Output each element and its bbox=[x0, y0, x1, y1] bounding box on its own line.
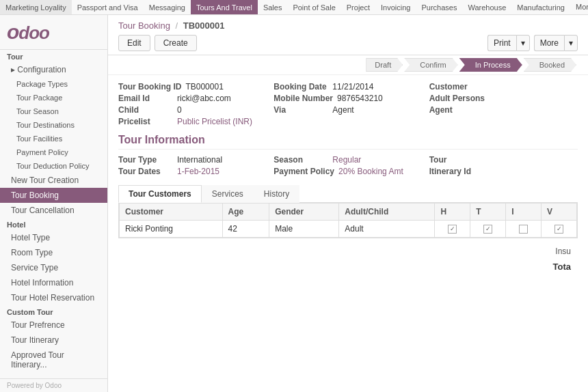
sidebar-item-room-type[interactable]: Room Type bbox=[0, 245, 107, 260]
h-cell[interactable] bbox=[435, 221, 470, 238]
form-area: Tour Booking ID TB000001 Email Id ricki@… bbox=[108, 75, 588, 392]
sidebar-item-tour-itinerary[interactable]: Tour Itinerary bbox=[0, 333, 107, 348]
nav-item-marketing[interactable]: Marketing Loyality bbox=[0, 0, 72, 14]
agent-row: Agent bbox=[429, 105, 578, 115]
i-checkbox[interactable] bbox=[519, 225, 528, 234]
itinerary-label: Itinerary Id bbox=[429, 167, 484, 176]
nav-item-tours[interactable]: Tours And Travel bbox=[191, 0, 258, 14]
col-i: I bbox=[506, 204, 542, 221]
nav-item-passport[interactable]: Passport and Visa bbox=[72, 0, 144, 14]
sidebar-logo[interactable]: odoo bbox=[0, 15, 107, 50]
sidebar-item-tour-preference[interactable]: Tour Prefrence bbox=[0, 318, 107, 333]
sidebar-item-tour-season[interactable]: Tour Season bbox=[0, 104, 107, 118]
tour-type-row: Tour Type International bbox=[118, 155, 267, 165]
edit-button[interactable]: Edit bbox=[118, 35, 150, 51]
pricelist-value[interactable]: Public Pricelist (INR) bbox=[177, 117, 252, 126]
tour-dates-value[interactable]: 1-Feb-2015 bbox=[177, 167, 219, 176]
sidebar-item-hotel-type[interactable]: Hotel Type bbox=[0, 230, 107, 245]
breadcrumb-sep: / bbox=[176, 20, 178, 31]
nav-item-invoicing[interactable]: Invoicing bbox=[375, 0, 416, 14]
nav-item-more[interactable]: More ▾ bbox=[570, 0, 588, 14]
sidebar-item-configuration[interactable]: ▸ Configuration bbox=[0, 62, 107, 77]
sidebar-item-tour-deduction[interactable]: Tour Deduction Policy bbox=[0, 159, 107, 173]
tour-type-value: International bbox=[177, 155, 222, 165]
create-button[interactable]: Create bbox=[155, 35, 197, 51]
sidebar-item-hotel-info[interactable]: Hotel Information bbox=[0, 275, 107, 290]
t-cell[interactable] bbox=[470, 221, 506, 238]
breadcrumb-parent[interactable]: Tour Booking bbox=[118, 20, 170, 31]
sidebar-item-tour-destinations[interactable]: Tour Destinations bbox=[0, 118, 107, 132]
col-v: V bbox=[542, 204, 577, 221]
adult-persons-row: Adult Persons bbox=[429, 94, 578, 103]
tabs-bar: Tour Customers Services History bbox=[118, 185, 578, 203]
gender-cell: Male bbox=[269, 221, 339, 238]
sidebar-item-tour-cancellation[interactable]: Tour Cancellation bbox=[0, 203, 107, 218]
mobile-label: Mobile Number bbox=[273, 94, 333, 103]
sidebar-item-hotel-reservation[interactable]: Tour Hotel Reservation bbox=[0, 290, 107, 305]
adult-persons-label: Adult Persons bbox=[429, 94, 485, 103]
toolbar: Edit Create Print ▾ More ▾ bbox=[118, 35, 578, 51]
v-checkbox[interactable] bbox=[554, 225, 563, 234]
tab-tour-customers[interactable]: Tour Customers bbox=[118, 185, 202, 203]
status-in-process[interactable]: In Process bbox=[459, 58, 522, 72]
total-label: Tota bbox=[553, 262, 571, 272]
tab-history[interactable]: History bbox=[254, 185, 299, 203]
itinerary-row: Itinerary Id bbox=[429, 167, 578, 176]
payment-policy-label: Payment Policy bbox=[273, 167, 334, 176]
payment-policy-row: Payment Policy 20% Booking Amt bbox=[273, 167, 422, 176]
sidebar-item-tour-package[interactable]: Tour Package bbox=[0, 91, 107, 104]
sidebar-group-hotel: Hotel bbox=[0, 218, 107, 230]
email-label: Email Id bbox=[118, 94, 173, 103]
nav-item-purchases[interactable]: Purchases bbox=[416, 0, 462, 14]
sidebar-item-service-type[interactable]: Service Type bbox=[0, 260, 107, 275]
sidebar-powered: Powered by Odoo bbox=[0, 378, 107, 392]
h-checkbox[interactable] bbox=[448, 225, 457, 234]
sidebar-item-new-tour[interactable]: New Tour Creation bbox=[0, 173, 107, 188]
sidebar-item-tour-facilities[interactable]: Tour Facilities bbox=[0, 132, 107, 145]
status-confirm[interactable]: Confirm bbox=[404, 58, 458, 72]
sidebar-group-tour: Tour bbox=[0, 50, 107, 62]
sidebar-item-package-types[interactable]: Package Types bbox=[0, 77, 107, 91]
tour-dates-row: Tour Dates 1-Feb-2015 bbox=[118, 167, 267, 176]
nav-item-sales[interactable]: Sales bbox=[258, 0, 288, 14]
col-h: H bbox=[435, 204, 470, 221]
via-row: Via Agent bbox=[273, 105, 422, 115]
tab-services[interactable]: Services bbox=[202, 185, 254, 203]
season-value[interactable]: Regular bbox=[332, 155, 361, 165]
status-draft[interactable]: Draft bbox=[366, 58, 403, 72]
sidebar-item-approved-itinerary[interactable]: Approved Tour Itinerary... bbox=[0, 348, 107, 372]
mobile-value: 9876543210 bbox=[337, 94, 383, 103]
tour-dates-label: Tour Dates bbox=[118, 167, 173, 176]
t-checkbox[interactable] bbox=[483, 225, 492, 234]
breadcrumb: Tour Booking / TB000001 bbox=[118, 20, 578, 31]
i-cell[interactable] bbox=[506, 221, 542, 238]
print-button[interactable]: Print bbox=[487, 35, 516, 51]
print-dropdown[interactable]: ▾ bbox=[516, 35, 530, 51]
v-cell[interactable] bbox=[542, 221, 577, 238]
nav-item-pos[interactable]: Point of Sale bbox=[287, 0, 340, 14]
table-row: Ricki Ponting 42 Male Adult bbox=[120, 221, 577, 238]
sidebar-group-custom-tour: Custom Tour bbox=[0, 305, 107, 318]
via-value: Agent bbox=[332, 105, 353, 115]
child-row: Child 0 bbox=[118, 105, 267, 115]
agent-label: Agent bbox=[429, 105, 484, 115]
more-button[interactable]: More bbox=[534, 35, 564, 51]
status-steps: Draft Confirm In Process Booked bbox=[366, 58, 578, 72]
email-value: ricki@abc.com bbox=[177, 94, 231, 103]
tour-info-title: Tour Information bbox=[118, 134, 578, 150]
nav-item-warehouse[interactable]: Warehouse bbox=[462, 0, 511, 14]
payment-policy-value[interactable]: 20% Booking Amt bbox=[338, 167, 403, 176]
tour-info-section: Tour Information Tour Type International… bbox=[118, 134, 578, 178]
nav-item-manufacturing[interactable]: Manufacturing bbox=[511, 0, 570, 14]
sidebar-item-tour-booking[interactable]: Tour Booking bbox=[0, 188, 107, 203]
more-dropdown[interactable]: ▾ bbox=[564, 35, 578, 51]
tab-content: Customer Age Gender Adult/Child H T I V bbox=[118, 203, 578, 238]
print-button-group: Print ▾ bbox=[487, 35, 530, 51]
nav-item-messaging[interactable]: Messaging bbox=[144, 0, 191, 14]
status-booked[interactable]: Booked bbox=[524, 58, 576, 72]
via-label: Via bbox=[273, 105, 328, 115]
sidebar-item-payment-policy[interactable]: Payment Policy bbox=[0, 145, 107, 159]
nav-item-project[interactable]: Project bbox=[341, 0, 375, 14]
tour-label: Tour bbox=[429, 155, 484, 165]
customer-label: Customer bbox=[429, 82, 484, 92]
